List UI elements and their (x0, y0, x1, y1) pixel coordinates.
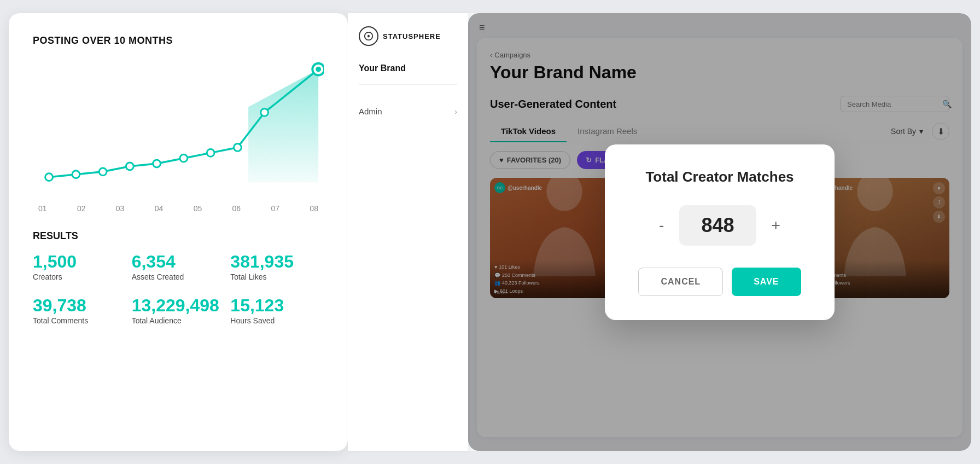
result-assets-value: 6,354 (132, 253, 225, 270)
save-button[interactable]: SAVE (732, 268, 801, 296)
svg-point-6 (180, 154, 188, 162)
svg-point-8 (234, 144, 241, 152)
results-grid: 1,500 Creators 6,354 Assets Created 381,… (33, 253, 324, 325)
chart-label-04: 04 (155, 204, 164, 213)
chart-area (33, 57, 324, 200)
modal-actions: CANCEL SAVE (638, 268, 802, 296)
stepper: - 848 + (638, 205, 802, 246)
svg-point-5 (153, 160, 161, 167)
result-audience-value: 13,229,498 (132, 297, 225, 314)
result-creators-label: Creators (33, 272, 126, 281)
sidebar-logo-text: STATUSPHERE (383, 32, 441, 40)
result-likes-label: Total Likes (230, 272, 324, 281)
sidebar-brand-name: Your Brand (359, 63, 457, 85)
svg-point-9 (261, 109, 269, 117)
svg-point-1 (45, 173, 53, 181)
svg-point-4 (126, 163, 133, 170)
svg-point-3 (99, 168, 107, 176)
chart-label-03: 03 (116, 204, 125, 213)
plus-button[interactable]: + (767, 218, 785, 233)
chart-label-07: 07 (271, 204, 279, 213)
svg-point-2 (72, 171, 80, 178)
modal: Total Creator Matches - 848 + CANCEL SAV… (605, 144, 835, 320)
result-assets-label: Assets Created (132, 272, 225, 281)
result-hours: 15,123 Hours Saved (230, 297, 324, 325)
chart-label-08: 08 (310, 204, 318, 213)
svg-point-7 (207, 149, 214, 156)
result-assets: 6,354 Assets Created (132, 253, 225, 281)
modal-title: Total Creator Matches (638, 169, 802, 185)
result-creators-value: 1,500 (33, 253, 126, 270)
cancel-button[interactable]: CANCEL (638, 268, 723, 296)
sidebar-logo: STATUSPHERE (359, 26, 457, 46)
result-comments-label: Total Comments (33, 316, 126, 325)
results-title: RESULTS (33, 230, 324, 242)
chart-label-05: 05 (194, 204, 202, 213)
chart-label-06: 06 (232, 204, 241, 213)
chart-title: POSTING OVER 10 MONTHS (33, 35, 324, 47)
logo-icon (359, 26, 378, 46)
sidebar-item-admin[interactable]: Admin › (359, 100, 457, 123)
chart-label-02: 02 (77, 204, 86, 213)
result-likes: 381,935 Total Likes (230, 253, 324, 281)
result-audience-label: Total Audience (132, 316, 225, 325)
stats-card: POSTING OVER 10 MONTHS (9, 13, 348, 451)
sidebar: STATUSPHERE Your Brand Admin › (348, 13, 468, 451)
stepper-value: 848 (679, 205, 756, 246)
minus-button[interactable]: - (655, 218, 668, 233)
result-likes-value: 381,935 (230, 253, 324, 270)
result-creators: 1,500 Creators (33, 253, 126, 281)
svg-marker-0 (248, 69, 318, 183)
chart-label-01: 01 (38, 204, 47, 213)
result-comments: 39,738 Total Comments (33, 297, 126, 325)
chevron-right-icon: › (454, 107, 457, 116)
svg-point-11 (316, 67, 321, 72)
result-hours-label: Hours Saved (230, 316, 324, 325)
sidebar-item-admin-label: Admin (359, 107, 382, 116)
result-comments-value: 39,738 (33, 297, 126, 314)
right-panel: ≡ ‹ Campaigns Your Brand Name User-Gener… (468, 13, 971, 451)
result-hours-value: 15,123 (230, 297, 324, 314)
result-audience: 13,229,498 Total Audience (132, 297, 225, 325)
modal-overlay[interactable]: Total Creator Matches - 848 + CANCEL SAV… (468, 13, 971, 451)
chart-labels: 01 02 03 04 05 06 07 08 (33, 204, 324, 213)
